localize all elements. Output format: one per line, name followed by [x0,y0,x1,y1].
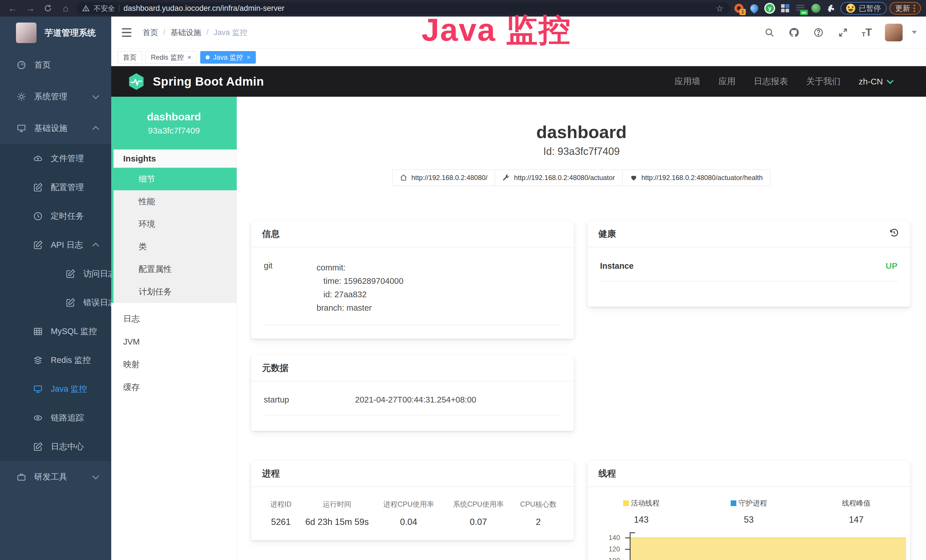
legend-daemon-value: 53 [695,515,802,525]
profile-paused-pill[interactable]: 已暂停 [840,2,887,15]
breadcrumb-infra[interactable]: 基础设施 [171,27,201,38]
tick-mark [625,549,630,550]
sidebar-item-mysql[interactable]: MySQL 监控 [0,317,111,346]
sba-nav-journal[interactable]: 日志报表 [754,76,788,87]
forward-icon[interactable]: → [23,2,38,15]
extension-c-icon[interactable]: 1 [732,2,745,15]
extension-badge: 1 [740,9,746,15]
search-icon[interactable] [764,27,775,38]
bookmark-star-icon[interactable]: ☆ [716,3,723,14]
sidebar-item-access-log[interactable]: 访问日志 [0,259,111,288]
process-card: 进程 进程ID 运行时间 进程CPU使用率 系统CPU使用率 CPU核心数 52… [251,461,574,540]
sidebar-item-java[interactable]: Java 监控 [0,375,111,403]
omnibox-divider [119,5,120,12]
sidebar-item-infra[interactable]: 基础设施 [0,112,111,144]
legend-daemon-threads: 守护进程 [695,498,802,508]
hamburger-icon[interactable] [120,26,133,39]
monitor-icon [33,384,43,394]
sba-locale-select[interactable]: zh-CN [859,77,892,86]
close-icon[interactable]: × [188,54,191,61]
y-tick-120: 120 [595,545,620,554]
browser-menu-icon[interactable] [914,5,915,12]
extension-avatar-icon[interactable] [809,2,822,15]
insight-item-details[interactable]: 细节 [113,168,237,190]
legend-label: 线程峰值 [842,498,871,508]
sidebar-item-error-log[interactable]: 错误日志 [0,288,111,317]
sba-brand[interactable]: Spring Boot Admin [127,73,264,91]
health-url-link[interactable]: http://192.168.0.2:48080/actuator/health [622,170,770,186]
actuator-url-link[interactable]: http://192.168.0.2:48080/actuator [495,170,623,186]
tab-redis[interactable]: Redis 监控 × [145,51,197,64]
sidebar-item-dev-tools[interactable]: 研发工具 [0,461,111,493]
tab-label: 首页 [123,53,136,62]
reload-icon[interactable] [41,2,55,15]
insight-item-configprops[interactable]: 配置属性 [113,258,237,280]
service-url-text: http://192.168.0.2:48080/ [411,174,487,182]
legend-live-value: 143 [587,515,695,525]
sidebar-item-log-center[interactable]: 日志中心 [0,432,111,461]
sidebar-item-label: Redis 监控 [51,354,91,366]
metadata-row-label: startup [264,395,355,404]
yellow-square-icon [623,500,629,506]
health-card-title: 健康 [598,228,616,240]
menu-item-jvm[interactable]: JVM [111,330,237,353]
active-dot-icon [206,55,210,59]
sba-nav-applications[interactable]: 应用 [719,76,735,87]
close-icon[interactable]: × [247,54,250,61]
process-header-cores: CPU核心数 [513,499,563,509]
sidebar-item-home[interactable]: 首页 [0,49,111,81]
app-logo-row[interactable]: 芋道管理系统 [0,17,111,49]
sidebar-item-system[interactable]: 系统管理 [0,81,111,112]
back-icon[interactable]: ← [5,2,20,15]
help-icon[interactable] [813,27,824,38]
sidebar-item-redis[interactable]: Redis 监控 [0,346,111,375]
extensions-puzzle-icon[interactable] [825,2,838,15]
cloud-upload-icon [33,154,43,163]
workspace: dashboard 93a3fc7f7409 Insights 细节 性能 环境… [111,97,926,560]
menu-item-mappings[interactable]: 映射 [111,353,237,376]
home-icon[interactable]: ⌂ [58,2,73,15]
insight-item-classes[interactable]: 类 [113,235,237,258]
sidebar-item-label: 首页 [34,59,51,71]
menu-item-logs[interactable]: 日志 [111,307,237,330]
legend-label: 守护进程 [738,498,767,508]
sidebar-item-trace[interactable]: 链路追踪 [0,403,111,432]
extension-y-icon[interactable]: y [763,2,776,15]
y-tick-100: 100 [595,556,620,560]
sidebar-item-api-log[interactable]: API 日志 [0,230,111,259]
sba-nav-about[interactable]: 关于我们 [806,76,840,87]
github-icon[interactable] [788,27,800,38]
instance-menu-others: 日志 JVM 映射 缓存 [111,307,237,399]
chevron-down-icon [92,92,99,99]
sidebar-item-config[interactable]: 配置管理 [0,173,111,202]
fullscreen-icon[interactable] [837,27,849,38]
tab-home[interactable]: 首页 [118,51,142,64]
service-url-link[interactable]: http://192.168.0.2:48080/ [392,170,495,186]
tab-java[interactable]: Java 监控 × [200,51,256,64]
health-history-icon[interactable] [889,228,899,240]
metadata-card: 元数据 startup 2021-04-27T00:44:31.254+08:0… [251,355,574,431]
font-size-icon[interactable]: TT [862,27,872,38]
extension-grid-icon[interactable] [779,2,791,15]
extension-pin-icon[interactable] [748,2,761,15]
extension-list-icon[interactable]: on [794,2,807,15]
process-value-syscpu: 0.07 [443,517,513,527]
address-bar[interactable]: 不安全 dashboard.yudao.iocoder.cn/infra/adm… [76,2,730,14]
avatar-caret-icon[interactable] [912,31,917,34]
insight-item-env[interactable]: 环境 [113,213,237,235]
insight-item-metrics[interactable]: 性能 [113,190,237,213]
edit-icon [66,269,75,279]
info-card-title: 信息 [251,221,574,247]
app-sidebar: 芋道管理系统 首页 系统管理 基础设施 [0,17,111,560]
sba-header: Spring Boot Admin 应用墙 应用 日志报表 关于我们 zh-CN [111,66,926,97]
legend-label: 活动线程 [631,498,660,508]
menu-item-caches[interactable]: 缓存 [111,376,237,399]
sba-nav-wallboard[interactable]: 应用墙 [675,76,700,87]
update-button[interactable]: 更新 [890,2,921,15]
insight-item-scheduled[interactable]: 计划任务 [113,280,237,303]
sidebar-item-files[interactable]: 文件管理 [0,144,111,173]
url-text[interactable]: dashboard.yudao.iocoder.cn/infra/admin-s… [124,4,284,13]
breadcrumb-home[interactable]: 首页 [142,27,158,38]
user-avatar[interactable] [885,24,903,41]
sidebar-item-jobs[interactable]: 定时任务 [0,202,111,230]
